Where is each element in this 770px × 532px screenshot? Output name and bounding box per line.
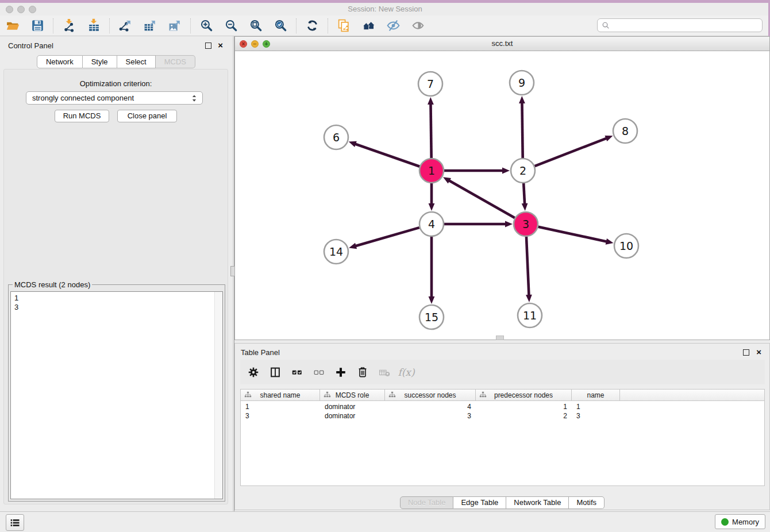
optimization-criterion-select[interactable]: strongly connected component bbox=[26, 91, 203, 105]
zoom-out-button[interactable] bbox=[221, 17, 241, 34]
node-2[interactable]: 2 bbox=[511, 159, 535, 183]
edge-1-4-arrowhead bbox=[429, 203, 435, 211]
import-table-button[interactable] bbox=[84, 17, 103, 34]
minimize-network-button[interactable]: − bbox=[251, 40, 259, 48]
cell-shared-name[interactable]: 3 bbox=[241, 412, 320, 420]
edge-1-7[interactable] bbox=[430, 103, 431, 158]
tab-network-table[interactable]: Network Table bbox=[506, 496, 569, 509]
apply-preferred-layout-button[interactable] bbox=[302, 17, 322, 34]
horizontal-splitter-grip[interactable] bbox=[496, 336, 504, 340]
run-mcds-button[interactable]: Run MCDS bbox=[55, 110, 109, 122]
desktop-edge-top bbox=[0, 0, 770, 3]
tab-node-table[interactable]: Node Table bbox=[400, 496, 454, 509]
tab-select[interactable]: Select bbox=[117, 55, 156, 68]
node-6[interactable]: 6 bbox=[324, 125, 348, 149]
table-panel: Table Panel × f(x) shared nameMCDS roles… bbox=[234, 343, 770, 510]
node-7[interactable]: 7 bbox=[418, 72, 442, 96]
edge-4-14[interactable] bbox=[355, 228, 419, 246]
export-table-button[interactable] bbox=[140, 17, 160, 34]
export-image-button[interactable] bbox=[165, 17, 184, 34]
show-columns-button[interactable] bbox=[267, 364, 284, 381]
node-9[interactable]: 9 bbox=[510, 71, 534, 95]
node-1[interactable]: 1 bbox=[419, 159, 444, 183]
tree-icon bbox=[324, 391, 331, 399]
import-network-button[interactable] bbox=[59, 17, 79, 34]
save-session-button[interactable] bbox=[28, 17, 47, 34]
cell-successor-nodes[interactable]: 3 bbox=[385, 412, 476, 420]
search-input[interactable] bbox=[611, 21, 759, 30]
node-4[interactable]: 4 bbox=[419, 212, 444, 236]
tab-edge-table[interactable]: Edge Table bbox=[453, 496, 506, 509]
node-10[interactable]: 10 bbox=[614, 234, 638, 258]
edge-1-6[interactable] bbox=[355, 144, 419, 167]
close-table-panel-icon[interactable]: × bbox=[756, 348, 761, 356]
result-scrollbar[interactable] bbox=[214, 292, 222, 499]
edge-3-10[interactable] bbox=[538, 227, 607, 242]
edge-3-1[interactable] bbox=[449, 180, 515, 218]
table-row[interactable]: 1dominator411 bbox=[241, 402, 764, 411]
network-window-titlebar[interactable]: × − + scc.txt bbox=[235, 37, 769, 51]
search-field[interactable] bbox=[597, 18, 763, 32]
tree-icon bbox=[244, 391, 252, 400]
column-header-name[interactable]: name bbox=[572, 390, 620, 400]
zoom-fit-content-button[interactable] bbox=[246, 17, 265, 34]
edge-3-11[interactable] bbox=[526, 237, 529, 296]
control-panel: Control Panel × NetworkStyleSelectMCDS O… bbox=[0, 36, 232, 511]
cell-name[interactable]: 3 bbox=[572, 412, 620, 420]
export-network-button[interactable] bbox=[116, 17, 135, 34]
node-15[interactable]: 15 bbox=[419, 305, 444, 329]
close-panel-icon[interactable]: × bbox=[218, 41, 223, 49]
node-3[interactable]: 3 bbox=[514, 212, 538, 236]
tab-motifs[interactable]: Motifs bbox=[569, 496, 605, 509]
float-panel-icon[interactable] bbox=[205, 43, 211, 49]
create-column-button[interactable] bbox=[332, 364, 349, 381]
first-neighbors-button[interactable] bbox=[359, 17, 378, 34]
node-14[interactable]: 14 bbox=[324, 240, 348, 264]
edge-2-3[interactable] bbox=[523, 183, 525, 205]
column-header-predecessor-nodes[interactable]: predecessor nodes bbox=[476, 390, 572, 400]
zoom-in-button[interactable] bbox=[197, 17, 216, 34]
tree-icon bbox=[324, 391, 331, 400]
edge-2-9[interactable] bbox=[522, 102, 522, 158]
column-header-MCDS-role[interactable]: MCDS role bbox=[320, 390, 385, 400]
tab-style[interactable]: Style bbox=[83, 55, 117, 68]
tab-network[interactable]: Network bbox=[37, 55, 83, 68]
close-panel-button[interactable]: Close panel bbox=[117, 110, 177, 122]
zoom-selected-region-button[interactable] bbox=[271, 17, 290, 34]
criterion-value: strongly connected component bbox=[32, 94, 134, 102]
zoom-network-button[interactable]: + bbox=[263, 40, 270, 48]
select-all-columns-button[interactable] bbox=[288, 364, 306, 381]
cell-MCDS-role[interactable]: dominator bbox=[320, 412, 385, 420]
cell-successor-nodes[interactable]: 4 bbox=[385, 403, 476, 411]
tab-mcds[interactable]: MCDS bbox=[156, 55, 195, 68]
column-settings-button[interactable] bbox=[245, 364, 262, 381]
node-11[interactable]: 11 bbox=[518, 303, 542, 327]
edge-2-8[interactable] bbox=[535, 138, 607, 166]
network-canvas[interactable]: 7968124314101511 bbox=[235, 51, 769, 340]
column-header-shared-name[interactable]: shared name bbox=[241, 390, 320, 400]
mcds-result-text[interactable]: 13 bbox=[10, 291, 223, 499]
table-rows: 1dominator4113dominator323 bbox=[241, 402, 764, 421]
delete-columns-button[interactable] bbox=[354, 364, 371, 381]
memory-button[interactable]: Memory bbox=[715, 514, 765, 529]
result-line: 1 bbox=[14, 294, 222, 303]
task-history-button[interactable] bbox=[6, 514, 24, 531]
cell-shared-name[interactable]: 1 bbox=[241, 403, 320, 411]
float-table-panel-icon[interactable] bbox=[743, 349, 749, 356]
close-network-button[interactable]: × bbox=[240, 40, 247, 48]
cell-MCDS-role[interactable]: dominator bbox=[320, 403, 385, 411]
unselect-all-columns-button[interactable] bbox=[310, 364, 328, 381]
table-row[interactable]: 3dominator323 bbox=[241, 411, 764, 421]
memory-label: Memory bbox=[732, 518, 759, 526]
open-session-button[interactable] bbox=[3, 17, 22, 34]
cell-name[interactable]: 1 bbox=[572, 403, 620, 411]
hide-selected-button[interactable] bbox=[383, 17, 403, 34]
window-title: Session: New Session bbox=[0, 5, 770, 13]
tree-icon bbox=[479, 391, 487, 399]
show-all-button[interactable] bbox=[408, 17, 428, 34]
node-8[interactable]: 8 bbox=[613, 119, 637, 143]
column-header-successor-nodes[interactable]: successor nodes bbox=[385, 390, 476, 400]
cell-predecessor-nodes[interactable]: 2 bbox=[476, 412, 572, 420]
cell-predecessor-nodes[interactable]: 1 bbox=[476, 403, 572, 411]
network-from-selection-button[interactable] bbox=[334, 17, 353, 34]
